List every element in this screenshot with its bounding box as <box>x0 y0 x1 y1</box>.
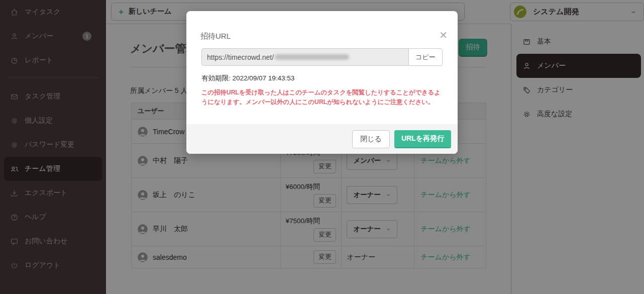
expiry-text: 有効期限: 2022/09/07 19:43:53 <box>201 74 294 83</box>
invite-url-text: https://timecrowd.net/ <box>207 53 274 61</box>
copy-button[interactable]: コピー <box>408 48 443 66</box>
reissue-url-button[interactable]: URLを再発行 <box>394 130 451 148</box>
warning-text: この招待URLを受け取った人はこのチームのタスクを閲覧したりすることができるよう… <box>201 88 444 107</box>
close-button[interactable]: 閉じる <box>352 130 390 148</box>
invite-url-group: https://timecrowd.net/ コピー <box>201 48 443 66</box>
close-icon[interactable]: ✕ <box>439 30 448 40</box>
app-root: マイタスク メンバー 1 レポート タスク管理 個人設定 パスワード変更 チーム… <box>0 0 644 294</box>
modal-title: 招待URL <box>200 32 231 41</box>
masked-url-segment <box>275 54 349 60</box>
invite-url-field[interactable]: https://timecrowd.net/ <box>201 48 409 66</box>
invite-url-modal: 招待URL ✕ https://timecrowd.net/ コピー 有効期限:… <box>186 11 458 154</box>
modal-footer: 閉じる URLを再発行 <box>186 124 458 154</box>
